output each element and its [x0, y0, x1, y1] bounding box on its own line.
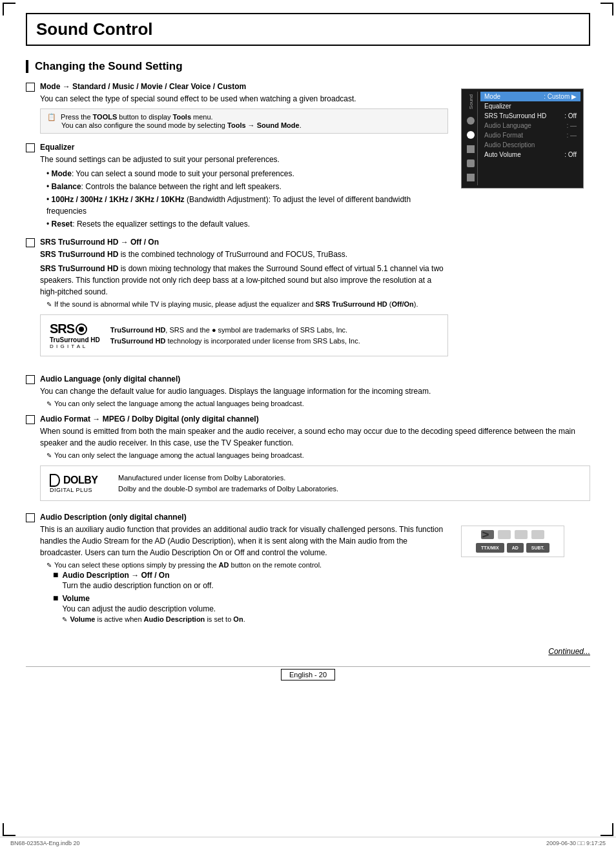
- item-audio-format-content: Audio Format → MPEG / Dolby Digital (onl…: [40, 414, 590, 507]
- item-audio-description-body: This is an auxiliary audio function that…: [40, 524, 448, 558]
- menu-mode-label: Mode: [484, 93, 500, 100]
- black-square-icon: ■: [53, 569, 58, 580]
- remote-btn-subt[interactable]: SUBT.: [526, 543, 549, 553]
- item-audio-format: Audio Format → MPEG / Dolby Digital (onl…: [26, 414, 590, 507]
- page: Sound Control Changing the Sound Setting…: [0, 0, 616, 849]
- item-equalizer-content: Equalizer The sound settings can be adju…: [40, 143, 448, 232]
- remote-icon-light3: [531, 530, 544, 539]
- note-icon: 📋: [47, 113, 56, 121]
- menu-eq-label: Equalizer: [484, 103, 511, 110]
- left-column: Mode → Standard / Music / Movie / Clear …: [26, 82, 448, 368]
- srs-circle-icon: [76, 323, 87, 335]
- item-srs-body1: SRS TruSurround HD is the combined techn…: [40, 249, 448, 260]
- menu-autovol-label: Auto Volume: [484, 151, 521, 158]
- menu-icon-2: [467, 131, 475, 139]
- item-mode: Mode → Standard / Music / Movie / Clear …: [26, 82, 448, 138]
- right-column: Sound Mode : Custom ▶ Equalizer: [461, 82, 590, 368]
- item-equalizer-body: The sound settings can be adjusted to su…: [40, 154, 448, 165]
- srs-logo: SRS TruSurround HD D I G I T A L: [50, 322, 100, 349]
- audio-format-note-text: You can only select the language among t…: [54, 451, 304, 459]
- remote-btn-ttxmix[interactable]: TTX/MIX: [476, 543, 504, 553]
- menu-row-audiolang: Audio Language : —: [480, 121, 580, 130]
- item-audio-description-title: Audio Description (only digital channel): [40, 513, 448, 522]
- sub-item-audiodesc-body: Turn the audio description function on o…: [62, 581, 213, 590]
- menu-row-audiodesc: Audio Description: [480, 140, 580, 150]
- menu-mode-value: : Custom ▶: [544, 93, 577, 100]
- dolby-logo-mark: DOLBY: [50, 474, 108, 487]
- checkbox-srs: [26, 238, 35, 247]
- item-equalizer: Equalizer The sound settings can be adju…: [26, 143, 448, 232]
- bullet-mode: Mode: You can select a sound mode to sui…: [46, 168, 448, 179]
- item-srs: SRS TruSurround HD → Off / On SRS TruSur…: [26, 238, 448, 363]
- sub-item-volume-title: Volume: [62, 594, 245, 603]
- menu-row-autovolume: Auto Volume : Off: [480, 150, 580, 159]
- menu-row-equalizer: Equalizer: [480, 101, 580, 111]
- note-symbol-audiolang: ✎: [46, 400, 52, 407]
- remote-top-icons: [466, 530, 560, 539]
- scissors-line2: [482, 534, 489, 537]
- srs-trademark-box: SRS TruSurround HD D I G I T A L TruSurr…: [40, 314, 448, 356]
- black-square-icon-2: ■: [53, 593, 58, 603]
- menu-audioformat-value: : —: [566, 132, 577, 139]
- item-srs-title: SRS TruSurround HD → Off / On: [40, 238, 448, 247]
- srs-note: ✎ If the sound is abnormal while TV is p…: [46, 300, 448, 308]
- item-equalizer-title: Equalizer: [40, 143, 448, 152]
- srs-trademark-line1: TruSurround HD, SRS and the ● symbol are…: [110, 325, 360, 336]
- dolby-line1: Manufactured under license from Dolby La…: [118, 473, 338, 484]
- remote-buttons-row: TTX/MIX AD SUBT.: [466, 543, 560, 553]
- bullet-reset: Reset: Resets the equalizer settings to …: [46, 218, 448, 230]
- corner-mark-tr: [601, 3, 613, 15]
- srs-digital-label: D I G I T A L: [50, 343, 100, 349]
- menu-audioformat-label: Audio Format: [484, 132, 523, 139]
- bottom-bar: BN68-02353A-Eng.indb 20 2009-06-30 □□ 9:…: [0, 837, 616, 849]
- note-symbol-srs: ✎: [46, 301, 52, 308]
- item-audio-language-title: Audio Language (only digital channel): [40, 374, 590, 384]
- checkbox-equalizer: [26, 143, 35, 152]
- menu-srs-value: : Off: [564, 112, 577, 119]
- sub-item-header: ■ Audio Description → Off / On Turn the …: [53, 571, 448, 590]
- sub-item-audio-desc-onoff: ■ Audio Description → Off / On Turn the …: [53, 571, 448, 590]
- bottom-right-info: 2009-06-30 □□ 9:17:25: [546, 840, 606, 846]
- menu-row-srs: SRS TruSurround HD : Off: [480, 111, 580, 121]
- remote-icon-light2: [515, 530, 528, 539]
- corner-mark-bl: [3, 823, 15, 836]
- page-number: English - 20: [26, 666, 590, 679]
- section-header: Changing the Sound Setting: [26, 60, 590, 73]
- page-title: Sound Control: [26, 13, 590, 46]
- menu-autovol-value: : Off: [564, 151, 577, 158]
- dolby-line2: Dolby and the double-D symbol are tradem…: [118, 484, 338, 495]
- item-srs-content: SRS TruSurround HD → Off / On SRS TruSur…: [40, 238, 448, 363]
- item-audio-description: Audio Description (only digital channel)…: [26, 513, 448, 629]
- dolby-text: DOLBY: [63, 475, 98, 486]
- item-audio-language-content: Audio Language (only digital channel) Yo…: [40, 374, 590, 409]
- remote-btn-ad[interactable]: AD: [507, 543, 524, 553]
- checkbox-audio-language: [26, 375, 35, 384]
- item-audio-language: Audio Language (only digital channel) Yo…: [26, 374, 590, 409]
- mode-note-line1: 📋 Press the TOOLS button to display Tool…: [47, 113, 441, 121]
- srs-logo-mark: SRS: [50, 322, 100, 336]
- menu-icon-5: [467, 174, 475, 181]
- srs-trademark-text: TruSurround HD, SRS and the ● symbol are…: [110, 325, 360, 346]
- note-symbol-volume: ✎: [62, 616, 67, 623]
- item-mode-title: Mode → Standard / Music / Movie / Clear …: [40, 82, 448, 91]
- audio-format-note: ✎ You can only select the language among…: [46, 451, 590, 459]
- audio-desc-note-text: You can select these options simply by p…: [54, 561, 322, 569]
- remote-image: TTX/MIX AD SUBT.: [461, 526, 564, 557]
- item-audio-format-title: Audio Format → MPEG / Dolby Digital (onl…: [40, 414, 590, 424]
- srs-circle-inner: [79, 327, 84, 332]
- menu-srs-label: SRS TruSurround HD: [484, 112, 546, 119]
- item-srs-body2: SRS TruSurround HD is down mixing techno…: [40, 263, 448, 298]
- checkbox-mode: [26, 83, 35, 92]
- sub-item-volume-content: Volume You can adjust the audio descript…: [62, 594, 245, 625]
- menu-icon-4: [467, 159, 475, 167]
- menu-audiolang-value: : —: [566, 122, 577, 129]
- sub-item-volume-header: ■ Volume You can adjust the audio descri…: [53, 594, 448, 625]
- continued-text: Continued...: [26, 647, 590, 656]
- menu-items: Mode : Custom ▶ Equalizer SRS TruSurroun…: [480, 92, 580, 185]
- menu-icon-1: [467, 117, 475, 125]
- dolby-trademark-box: DOLBY DIGITAL PLUS Manufactured under li…: [40, 465, 590, 501]
- menu-icons: Sound: [464, 92, 478, 185]
- note-symbol-audioformat: ✎: [46, 452, 52, 459]
- bullet-bandwidth: 100Hz / 300Hz / 1KHz / 3KHz / 10KHz (Ban…: [46, 194, 448, 217]
- equalizer-bullets: Mode: You can select a sound mode to sui…: [46, 168, 448, 230]
